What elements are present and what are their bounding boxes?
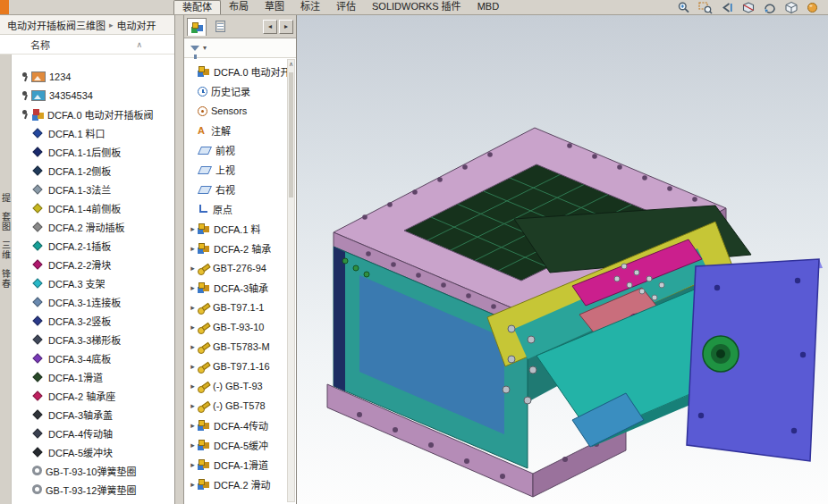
ribbon-tab-evaluate[interactable]: 评估 <box>328 0 364 14</box>
ribbon-tab-layout[interactable]: 布局 <box>221 0 257 14</box>
file-list-item[interactable]: DCFA-3轴承盖 <box>0 405 174 424</box>
featuremanager-tab[interactable] <box>187 18 207 36</box>
tree-item[interactable]: DCFA.0 电动对开 <box>188 62 287 81</box>
scroll-up-icon[interactable]: ∧ <box>288 60 294 70</box>
display-style-icon[interactable] <box>783 1 799 14</box>
file-list-item[interactable]: DCFA.1-3法兰 <box>0 180 174 198</box>
expand-arrow-icon[interactable] <box>188 244 198 253</box>
tree-item[interactable]: GB-T5783-M <box>188 337 287 357</box>
tree-item[interactable]: DCFA-1滑道 <box>188 455 287 475</box>
file-list-item[interactable]: DCFA.2 滑动插板 <box>0 217 174 236</box>
expand-arrow-icon[interactable] <box>188 362 198 371</box>
side-tab[interactable]: 提 <box>0 193 13 203</box>
file-list-item[interactable]: 1234 <box>0 67 174 86</box>
side-tab[interactable]: 套图 <box>0 212 13 231</box>
pin-slot <box>20 146 31 158</box>
part-icon <box>32 165 42 175</box>
edit-appearance-icon[interactable] <box>805 1 821 14</box>
file-list-item[interactable]: GB-T-93-12弹簧垫圈 <box>0 480 174 499</box>
ribbon-tab-markup[interactable]: 标注 <box>292 0 328 14</box>
expand-arrow-icon[interactable] <box>188 421 198 430</box>
ribbon-tab-addins[interactable]: SOLIDWORKS 插件 <box>364 0 469 14</box>
expand-arrow-icon[interactable] <box>188 264 198 273</box>
breadcrumb-current[interactable]: 电动对开 <box>117 18 156 32</box>
file-browser-panel: 电动对开插板阀三维图 ▸ 电动对开 名称 ∧ 1234 34354534 DCF… <box>0 15 175 504</box>
side-tab[interactable]: 锋春 <box>0 269 13 289</box>
tree-back-button[interactable]: ◂ <box>263 20 277 34</box>
expand-arrow-icon[interactable] <box>188 342 198 351</box>
expand-arrow-icon[interactable] <box>188 224 198 233</box>
tree-item[interactable]: DCFA-3轴承 <box>188 278 287 298</box>
expand-arrow-icon[interactable] <box>188 323 198 332</box>
ribbon-tab-mbd[interactable]: MBD <box>469 0 507 14</box>
tree-item[interactable]: 历史记录 <box>188 81 287 101</box>
file-list-item[interactable]: 34354534 <box>0 86 174 105</box>
file-list-item[interactable]: DCFA.2-2滑块 <box>0 255 174 273</box>
side-tab[interactable]: 三维 <box>0 240 13 260</box>
file-list-item[interactable]: DCFA-5缓冲块 <box>0 442 174 461</box>
tree-item[interactable]: DCFA.2 滑动 <box>188 475 287 494</box>
file-list-item[interactable]: DCFA.1-4前侧板 <box>0 198 174 217</box>
file-list-item[interactable]: DCFA.3 支架 <box>0 273 174 292</box>
expand-arrow-icon[interactable] <box>188 480 198 489</box>
tree-item[interactable]: DCFA.1 料 <box>188 219 287 239</box>
tree-forward-button[interactable]: ▸ <box>279 20 293 34</box>
expand-arrow-icon[interactable] <box>188 382 198 391</box>
zoom-to-fit-icon[interactable] <box>676 1 692 14</box>
tree-item[interactable]: DCFA-4传动 <box>188 416 287 435</box>
tree-item[interactable]: Sensors <box>188 101 287 121</box>
file-list-item[interactable]: GB-T-93-10弹簧垫圈 <box>0 461 174 480</box>
tree-item[interactable]: GBT-276-94 <box>188 258 287 278</box>
expand-arrow-icon[interactable] <box>188 401 198 410</box>
rotate-view-icon[interactable] <box>762 1 778 14</box>
expand-arrow-icon[interactable] <box>188 441 198 449</box>
cad-model-canvas[interactable] <box>297 15 828 504</box>
breadcrumb-root[interactable]: 电动对开插板阀三维图 <box>7 18 106 32</box>
expand-arrow-icon[interactable] <box>188 303 198 312</box>
section-view-icon[interactable] <box>740 1 756 14</box>
file-label: DCFA.2-2滑块 <box>48 257 111 272</box>
name-column-header[interactable]: 名称 ∧ <box>0 35 174 55</box>
file-list-item[interactable]: DCFA-1滑道 <box>0 367 174 386</box>
tree-item[interactable]: DCFA-5缓冲 <box>188 435 287 455</box>
tree-item[interactable]: 原点 <box>188 199 287 219</box>
annotations-icon <box>198 125 207 136</box>
displaymanager-tab[interactable] <box>210 18 230 36</box>
file-list-item[interactable]: DCFA.1-1后侧板 <box>0 142 174 161</box>
tree-item[interactable]: 上视 <box>188 160 287 180</box>
expand-arrow-icon[interactable] <box>188 283 198 292</box>
tree-item[interactable]: DCFA-2 轴承 <box>188 239 287 258</box>
file-list-item[interactable]: DCFA.3-2竖板 <box>0 311 174 330</box>
ribbon-tab-assembly[interactable]: 装配体 <box>173 0 221 14</box>
expand-arrow-icon[interactable] <box>188 460 198 469</box>
tree-filter-bar[interactable]: ▾ <box>184 38 296 58</box>
tree-item[interactable]: (-) GB-T578 <box>188 396 287 416</box>
file-list-item[interactable]: DCFA-4传动轴 <box>0 424 174 442</box>
panel-divider[interactable] <box>175 15 184 504</box>
tree-item[interactable]: GB-T-93-10 <box>188 317 287 337</box>
tree-scrollbar[interactable]: ∧ <box>287 59 295 502</box>
mounting-plate[interactable] <box>687 259 823 461</box>
tree-item[interactable]: GB-T97.1-1 <box>188 298 287 317</box>
bearing[interactable] <box>703 336 739 372</box>
file-list-item[interactable]: DCFA.2-1插板 <box>0 236 174 255</box>
tree-item[interactable]: (-) GB-T-93 <box>188 376 287 396</box>
sort-ascending-icon[interactable]: ∧ <box>136 40 142 49</box>
tree-item[interactable]: GB-T97.1-16 <box>188 357 287 376</box>
graphics-viewport[interactable] <box>297 15 828 504</box>
file-list-item[interactable]: DCFA.1-2侧板 <box>0 161 174 180</box>
pin-slot <box>20 465 31 477</box>
file-list-item[interactable]: DCFA.3-1连接板 <box>0 292 174 311</box>
zoom-area-icon[interactable] <box>697 1 714 14</box>
tree-item[interactable]: 注解 <box>188 121 287 140</box>
tree-item[interactable]: 右视 <box>188 180 287 199</box>
file-list-item[interactable]: DCFA.1 料口 <box>0 123 174 142</box>
tree-item[interactable]: 前视 <box>188 140 287 160</box>
file-list-item[interactable]: DCFA.3-3梯形板 <box>0 330 174 349</box>
previous-view-icon[interactable] <box>719 1 735 14</box>
ribbon-tab-sketch[interactable]: 草图 <box>257 0 292 14</box>
scrollbar-thumb[interactable] <box>289 72 293 197</box>
file-list-item[interactable]: DCFA.0 电动对开插板阀 <box>0 105 174 123</box>
file-list-item[interactable]: DCFA-2 轴承座 <box>0 386 174 405</box>
file-list-item[interactable]: DCFA.3-4底板 <box>0 349 174 367</box>
